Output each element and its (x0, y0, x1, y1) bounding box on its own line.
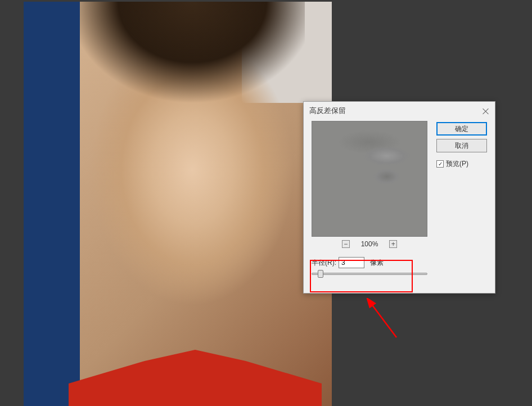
image-hair-area (80, 2, 305, 159)
radius-unit: 像素 (370, 258, 384, 268)
zoom-controls: − 100% + (312, 240, 427, 248)
radius-input[interactable] (339, 257, 364, 268)
image-background-blue (24, 2, 80, 406)
slider-thumb[interactable] (318, 270, 323, 278)
radius-label: 半径(R): (312, 258, 336, 268)
ok-button[interactable]: 确定 (436, 122, 487, 136)
dialog-titlebar[interactable]: 高反差保留 (304, 102, 495, 120)
zoom-level: 100% (361, 240, 378, 248)
cancel-button-label: 取消 (455, 141, 468, 151)
radius-row: 半径(R): 像素 (312, 257, 487, 268)
dialog-title: 高反差保留 (309, 106, 346, 116)
dialog-button-panel: 确定 取消 ✓ 预览(P) (436, 122, 487, 169)
radius-slider[interactable] (312, 273, 427, 275)
zoom-out-button[interactable]: − (342, 240, 350, 248)
ok-button-label: 确定 (455, 124, 468, 134)
annotation-arrow-icon (366, 298, 405, 343)
svg-line-0 (371, 304, 396, 337)
high-pass-dialog: 高反差保留 − 100% + 半径(R): 像素 确定 取消 ✓ (303, 101, 495, 294)
canvas-image[interactable] (24, 2, 332, 406)
preview-checkbox-label: 预览(P) (446, 159, 468, 169)
preview-checkbox-row: ✓ 预览(P) (436, 159, 487, 169)
filter-preview[interactable] (312, 121, 427, 237)
close-icon[interactable] (483, 107, 489, 114)
preview-image (312, 121, 427, 236)
dialog-body: − 100% + 半径(R): 像素 确定 取消 ✓ 预览(P) (304, 121, 495, 294)
zoom-in-button[interactable]: + (389, 240, 397, 248)
cancel-button[interactable]: 取消 (436, 139, 487, 152)
preview-checkbox[interactable]: ✓ (436, 160, 444, 168)
